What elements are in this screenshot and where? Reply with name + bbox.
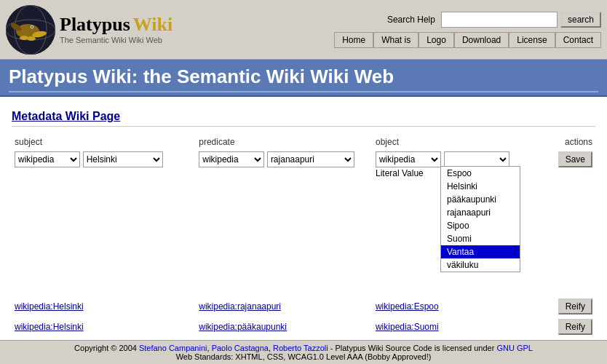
nav-home[interactable]: Home: [334, 32, 373, 48]
row2-predicate: wikipedia:pääkaupunki: [196, 317, 373, 337]
literal-value-label: Literal Value: [376, 167, 424, 180]
row1-subject-link[interactable]: wikipedia:Helsinki: [15, 301, 84, 312]
subject-value-select[interactable]: Helsinki Espoo Vantaa: [83, 151, 163, 167]
row2-object-link[interactable]: wikipedia:Suomi: [376, 322, 439, 332]
save-button[interactable]: Save: [558, 151, 592, 167]
nav-whatis[interactable]: What is: [373, 32, 418, 48]
table-row: wikipedia:Helsinki wikipedia:pääkaupunki…: [12, 317, 595, 337]
page-title: Platypus Wiki: the Semantic Wiki Wiki We…: [9, 66, 598, 88]
dropdown-item-suomi[interactable]: Suomi: [441, 232, 520, 245]
row2-predicate-link[interactable]: wikipedia:pääkaupunki: [199, 322, 287, 332]
subject-namespace-select[interactable]: wikipedia local xsd: [15, 151, 80, 167]
search-row: Search Help search: [387, 12, 601, 28]
dropdown-item-espoo[interactable]: Espoo: [441, 167, 520, 180]
logo-area: Platypus Wiki The Semantic Wiki Wiki Web: [6, 5, 172, 55]
row1-subject: wikipedia:Helsinki: [12, 296, 196, 317]
row1-predicate-link[interactable]: wikipedia:rajanaapuri: [199, 301, 281, 312]
object-value-select[interactable]: [444, 151, 509, 167]
search-button[interactable]: search: [560, 12, 601, 28]
subject-cell: wikipedia local xsd Helsinki Espoo Vanta…: [12, 150, 196, 180]
predicate-value-select[interactable]: rajanaapuri pääkaupunki sijainti: [267, 151, 354, 167]
row2-object: wikipedia:Suomi: [373, 317, 534, 337]
object-dropdown[interactable]: Espoo Helsinki pääkaupunki rajanaapuri S…: [440, 166, 520, 272]
row1-object: wikipedia:Espoo: [373, 296, 534, 317]
row2-actions: Reify: [534, 317, 595, 337]
dropdown-item-vakiluku[interactable]: väkiluku: [441, 258, 520, 272]
svg-point-8: [31, 26, 33, 28]
actions-cell: Save: [534, 150, 595, 180]
table-row: wikipedia:Helsinki wikipedia:rajanaapuri…: [12, 296, 595, 317]
input-row: wikipedia local xsd Helsinki Espoo Vanta…: [12, 150, 595, 180]
nav-search: Search Help search Home What is Logo Dow…: [172, 12, 601, 48]
row1-reify-button[interactable]: Reify: [558, 298, 592, 314]
col-header-object: object: [373, 135, 534, 150]
svg-point-10: [27, 36, 36, 41]
row2-reify-button[interactable]: Reify: [558, 319, 592, 335]
dropdown-item-sipoo[interactable]: Sipoo: [441, 219, 520, 232]
logo-title: Platypus: [60, 15, 130, 36]
nav-download[interactable]: Download: [454, 32, 509, 48]
row1-predicate: wikipedia:rajanaapuri: [196, 296, 373, 317]
svg-point-9: [20, 36, 28, 40]
search-help-label: Search Help: [387, 15, 435, 25]
nav-bar: Home What is Logo Download License Conta…: [334, 32, 601, 48]
title-underline: [9, 91, 598, 92]
metadata-table: subject predicate object actions wikiped…: [12, 135, 595, 337]
title-bar: Platypus Wiki: the Semantic Wiki Wiki We…: [0, 60, 607, 97]
logo-subtitle: The Semantic Wiki Wiki Web: [60, 36, 172, 44]
nav-logo[interactable]: Logo: [418, 32, 454, 48]
nav-contact[interactable]: Contact: [555, 32, 601, 48]
dropdown-item-rajanaapuri[interactable]: rajanaapuri: [441, 206, 520, 219]
row2-subject: wikipedia:Helsinki: [12, 317, 196, 337]
col-header-predicate: predicate: [196, 135, 373, 150]
dropdown-item-vantaa[interactable]: Vantaa: [441, 245, 520, 258]
dropdown-item-helsinki[interactable]: Helsinki: [441, 180, 520, 193]
col-header-subject: subject: [12, 135, 196, 150]
row2-subject-link[interactable]: wikipedia:Helsinki: [15, 322, 84, 332]
predicate-namespace-select[interactable]: wikipedia local xsd: [199, 151, 264, 167]
col-header-actions: actions: [534, 135, 595, 150]
header: Platypus Wiki The Semantic Wiki Wiki Web…: [0, 0, 607, 60]
row1-object-link[interactable]: wikipedia:Espoo: [376, 301, 439, 312]
metadata-section-title: Metadata Wiki Page: [12, 110, 595, 127]
row1-actions: Reify: [534, 296, 595, 317]
logo-wiki-text: Wiki: [133, 15, 172, 36]
object-cell: wikipedia local xsd Literal Value Espoo …: [373, 150, 534, 180]
content: Metadata Wiki Page subject predicate obj…: [0, 97, 607, 337]
nav-license[interactable]: License: [509, 32, 555, 48]
search-input[interactable]: [441, 12, 558, 28]
object-namespace-select[interactable]: wikipedia local xsd: [376, 151, 441, 167]
dropdown-item-paakaupunki[interactable]: pääkaupunki: [441, 193, 520, 206]
logo-text: Platypus Wiki The Semantic Wiki Wiki Web: [60, 15, 172, 44]
predicate-cell: wikipedia local xsd rajanaapuri pääkaupu…: [196, 150, 373, 180]
platypus-logo: [6, 5, 55, 55]
